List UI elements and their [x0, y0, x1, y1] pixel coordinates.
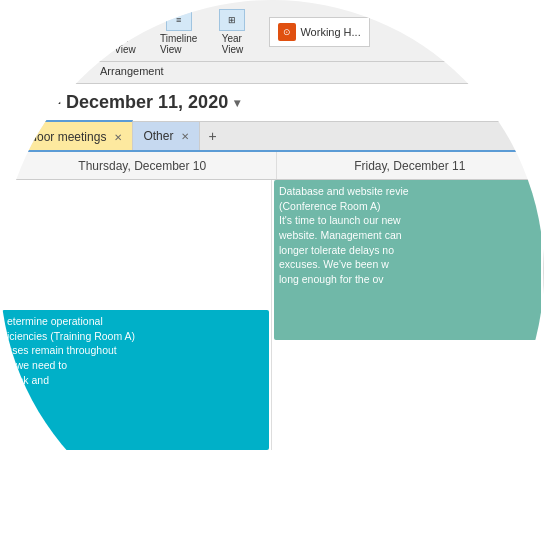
gutter-header: [0, 152, 9, 179]
working-hours-icon: ⊙: [278, 23, 296, 41]
tabs-row: Outdoor meetings ✕ Other ✕ +: [0, 122, 544, 152]
timeline-view-label: TimelineView: [160, 33, 197, 55]
day-col-fri: Database and website revie(Conference Ro…: [272, 180, 544, 450]
tab-other[interactable]: Other ✕: [133, 122, 200, 150]
tab-other-label: Other: [143, 129, 173, 143]
working-hours-label: Working H...: [300, 26, 360, 38]
day-header-thu: Thursday, December 10: [9, 152, 277, 179]
year-view-icon: ⊞: [219, 9, 245, 31]
event-database-website[interactable]: Database and website revie(Conference Ro…: [274, 180, 541, 340]
arrangement-label: Arrangement: [100, 65, 164, 77]
timeline-view-button[interactable]: ≡ TimelineView: [152, 7, 205, 57]
date-range-text: 2020 - December 11, 2020: [10, 92, 228, 113]
event-training-room-text: etermine operationaliciencies (Training …: [7, 315, 135, 386]
month-view-label: nthView: [114, 33, 136, 55]
app-window: ▦ nthView ≡ TimelineView ⊞ YearView ⊙ Wo…: [0, 0, 544, 544]
day-col-thu: etermine operationaliciencies (Training …: [0, 180, 272, 450]
event-training-room[interactable]: etermine operationaliciencies (Training …: [2, 310, 269, 450]
tab-outdoor-meetings-close[interactable]: ✕: [114, 132, 122, 143]
day-header-thu-label: Thursday, December 10: [78, 159, 206, 173]
calendar-grid: etermine operationaliciencies (Training …: [0, 180, 544, 450]
event-database-website-text: Database and website revie(Conference Ro…: [279, 185, 409, 285]
toolbar: ▦ nthView ≡ TimelineView ⊞ YearView ⊙ Wo…: [0, 0, 544, 62]
month-view-icon: ▦: [112, 9, 138, 31]
day-header-fri-label: Friday, December 11: [354, 159, 465, 173]
tab-add-icon: +: [208, 128, 216, 144]
day-headers: Thursday, December 10 Friday, December 1…: [0, 152, 544, 180]
tab-other-close[interactable]: ✕: [181, 131, 189, 142]
date-dropdown-arrow[interactable]: ▾: [234, 96, 240, 110]
tab-add-button[interactable]: +: [200, 122, 224, 150]
working-hours-button[interactable]: ⊙ Working H...: [269, 17, 369, 47]
year-view-label: YearView: [222, 33, 244, 55]
date-header: 2020 - December 11, 2020 ▾: [0, 84, 544, 122]
year-view-button[interactable]: ⊞ YearView: [207, 7, 257, 57]
timeline-view-icon: ≡: [166, 9, 192, 31]
tab-outdoor-meetings[interactable]: Outdoor meetings ✕: [0, 120, 133, 150]
day-header-fri: Friday, December 11: [277, 152, 545, 179]
tab-outdoor-meetings-label: Outdoor meetings: [11, 130, 106, 144]
arrangement-bar: Arrangement: [0, 62, 544, 84]
month-view-button[interactable]: ▦ nthView: [100, 7, 150, 57]
